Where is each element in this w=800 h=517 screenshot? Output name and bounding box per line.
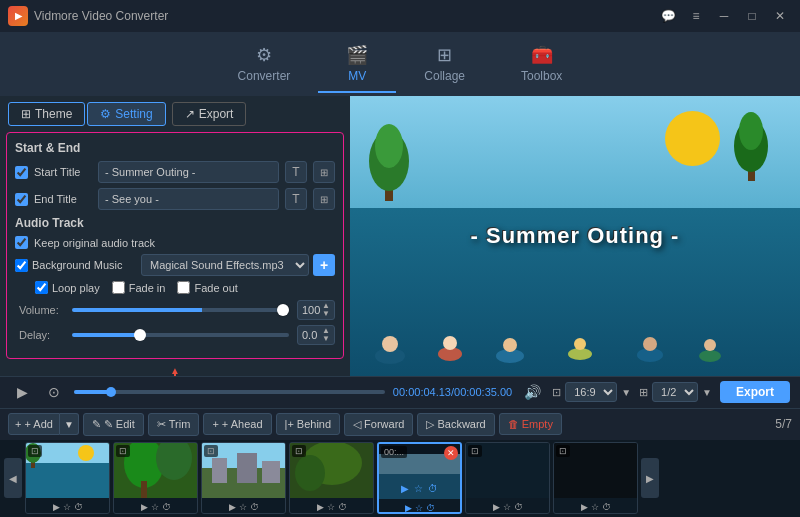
behind-btn[interactable]: |+ Behind xyxy=(276,413,341,435)
trim-btn[interactable]: ✂ Trim xyxy=(148,413,200,436)
loop-play-checkbox[interactable] xyxy=(35,281,48,294)
thumb-5-icons: ▶ ☆ ⏱ xyxy=(405,503,435,513)
thumb-6-star-icon: ☆ xyxy=(503,502,511,512)
window-controls: 💬 ≡ ─ □ ✕ xyxy=(656,6,792,26)
behind-bar-icon: |+ xyxy=(285,418,294,430)
svg-point-5 xyxy=(739,112,763,150)
music-file-select[interactable]: Magical Sound Effects.mp3 xyxy=(141,254,309,276)
thumb-2-star-icon: ☆ xyxy=(151,502,159,512)
empty-btn[interactable]: 🗑 Empty xyxy=(499,413,562,435)
fade-in-label[interactable]: Fade in xyxy=(112,281,166,294)
ratio-select[interactable]: 16:9 xyxy=(565,382,617,402)
ahead-btn[interactable]: + + Ahead xyxy=(203,413,271,435)
add-btn[interactable]: + + Add xyxy=(8,413,60,435)
keep-audio-label: Keep original audio track xyxy=(34,237,155,249)
page-select[interactable]: 1/2 xyxy=(652,382,698,402)
svg-rect-19 xyxy=(26,463,109,498)
fade-in-checkbox[interactable] xyxy=(112,281,125,294)
thumb-7-overlay: ⊡ xyxy=(556,445,570,457)
backward-btn[interactable]: ▷ Backward xyxy=(417,413,494,436)
tab-collage[interactable]: ⊞ Collage xyxy=(396,36,493,93)
thumb-3-overlay: ⊡ xyxy=(204,445,218,457)
delay-slider[interactable] xyxy=(72,333,289,337)
film-thumb-2[interactable]: ⊡ ▶ ☆ ⏱ xyxy=(113,442,198,514)
thumb-2-clock-icon: ⏱ xyxy=(162,502,171,512)
menu-btn[interactable]: ≡ xyxy=(684,6,708,26)
svg-point-15 xyxy=(643,337,657,351)
start-title-grid-btn[interactable]: ⊞ xyxy=(313,161,335,183)
audio-options-row: Loop play Fade in Fade out xyxy=(15,281,335,294)
setting-label: Setting xyxy=(115,107,152,121)
toolbar: + + Add ▼ ✎ ✎ Edit ✂ Trim + + Ahead |+ B… xyxy=(0,408,800,440)
export-btn[interactable]: Export xyxy=(720,381,790,403)
edit-btn[interactable]: ✎ ✎ Edit xyxy=(83,413,144,436)
ratio-controls: ⊡ 16:9 ▼ xyxy=(552,382,631,402)
edit-label: ✎ Edit xyxy=(104,418,135,431)
film-thumb-5-active[interactable]: ✕ 00:... ▶ ☆ ⏱ ▶ ☆ ⏱ xyxy=(377,442,462,514)
filmstrip-next-btn[interactable]: ▶ xyxy=(641,458,659,498)
thumb-6-overlay: ⊡ xyxy=(468,445,482,457)
forward-btn[interactable]: ◁ Forward xyxy=(344,413,413,436)
thumb-5-play-ctrl[interactable]: ▶ xyxy=(401,483,409,494)
start-title-checkbox[interactable] xyxy=(15,166,28,179)
keep-audio-checkbox[interactable] xyxy=(15,236,28,249)
subtab-setting[interactable]: ⚙ Setting xyxy=(87,102,165,126)
film-thumb-7[interactable]: ⊡ ▶ ☆ ⏱ xyxy=(553,442,638,514)
end-title-checkbox[interactable] xyxy=(15,193,28,206)
volume-slider[interactable] xyxy=(72,308,289,312)
end-title-grid-btn[interactable]: ⊞ xyxy=(313,188,335,210)
volume-spinner[interactable]: ▲ ▼ xyxy=(322,302,330,318)
svg-point-13 xyxy=(574,338,586,350)
thumb-3-footer: ▶ ☆ ⏱ xyxy=(202,498,285,514)
progress-bar[interactable] xyxy=(74,390,385,394)
delay-down[interactable]: ▼ xyxy=(322,335,330,343)
pool-people xyxy=(350,316,770,366)
export-label: Export xyxy=(199,107,234,121)
delay-spinner[interactable]: ▲ ▼ xyxy=(322,327,330,343)
thumb-5-star-ctrl[interactable]: ☆ xyxy=(414,483,423,494)
settings-panel: Start & End Start Title T ⊞ End Title T … xyxy=(6,132,344,359)
svg-rect-26 xyxy=(141,481,147,498)
tab-toolbox[interactable]: 🧰 Toolbox xyxy=(493,36,590,93)
volume-btn[interactable]: 🔊 xyxy=(520,380,544,404)
loop-play-label[interactable]: Loop play xyxy=(35,281,100,294)
thumb-5-clock-icon: ⏱ xyxy=(426,503,435,513)
delay-label: Delay: xyxy=(19,329,64,341)
fade-out-checkbox[interactable] xyxy=(177,281,190,294)
progress-dot xyxy=(106,387,116,397)
stop-btn[interactable]: ⊙ xyxy=(42,380,66,404)
ratio-dropdown[interactable]: ▼ xyxy=(621,387,631,398)
film-thumb-6[interactable]: ⊡ ▶ ☆ ⏱ xyxy=(465,442,550,514)
volume-down[interactable]: ▼ xyxy=(322,310,330,318)
add-dropdown-btn[interactable]: ▼ xyxy=(60,413,79,435)
maximize-btn[interactable]: □ xyxy=(740,6,764,26)
page-dropdown[interactable]: ▼ xyxy=(702,387,712,398)
play-btn[interactable]: ▶ xyxy=(10,380,34,404)
minimize-btn[interactable]: ─ xyxy=(712,6,736,26)
film-thumb-3[interactable]: ⊡ ▶ ☆ ⏱ xyxy=(201,442,286,514)
filmstrip-prev-btn[interactable]: ◀ xyxy=(4,458,22,498)
film-thumb-4[interactable]: ⊡ ▶ ☆ ⏱ xyxy=(289,442,374,514)
bg-music-checkbox[interactable] xyxy=(15,259,28,272)
start-title-input[interactable] xyxy=(98,161,279,183)
end-title-input[interactable] xyxy=(98,188,279,210)
film-thumb-1[interactable]: ⊡ ▶ ☆ ⏱ xyxy=(25,442,110,514)
thumb-1-clock-icon: ⏱ xyxy=(74,502,83,512)
tab-mv[interactable]: 🎬 MV xyxy=(318,36,396,93)
fade-out-label[interactable]: Fade out xyxy=(177,281,237,294)
subtab-export[interactable]: ↗ Export xyxy=(172,102,247,126)
thumb-2-overlay: ⊡ xyxy=(116,445,130,457)
subtab-theme[interactable]: ⊞ Theme xyxy=(8,102,85,126)
thumb-5-clock-ctrl[interactable]: ⏱ xyxy=(428,483,438,494)
end-title-font-btn[interactable]: T xyxy=(285,188,307,210)
scissors-icon: ✂ xyxy=(157,418,166,431)
tab-converter[interactable]: ⚙ Converter xyxy=(210,36,319,93)
thumb-6-play-icon: ▶ xyxy=(493,502,500,512)
close-btn[interactable]: ✕ xyxy=(768,6,792,26)
logo-text: ▶ xyxy=(15,11,22,21)
time-display: 00:00:04.13/00:00:35.00 xyxy=(393,386,512,398)
add-music-btn[interactable]: + xyxy=(313,254,335,276)
chat-icon-btn[interactable]: 💬 xyxy=(656,6,680,26)
svg-point-34 xyxy=(295,455,325,491)
start-title-font-btn[interactable]: T xyxy=(285,161,307,183)
